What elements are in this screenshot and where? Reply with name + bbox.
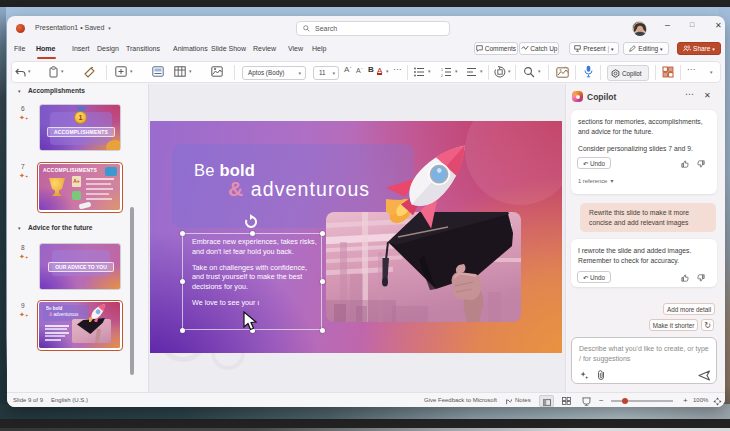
svg-text:1: 1 — [441, 68, 443, 72]
svg-text:2: 2 — [441, 74, 443, 77]
